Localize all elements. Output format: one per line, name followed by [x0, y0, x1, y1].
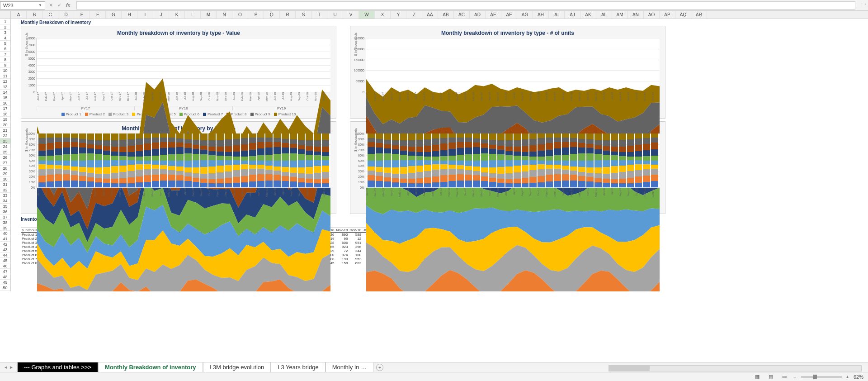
row-header[interactable]: 33	[0, 193, 11, 198]
confirm-icon[interactable]: ✓	[57, 2, 61, 8]
row-header[interactable]: 41	[0, 236, 11, 242]
col-header[interactable]: AH	[533, 11, 549, 19]
chevron-down-icon[interactable]: ▼	[38, 3, 42, 7]
col-header[interactable]: D	[58, 11, 74, 19]
col-header[interactable]: A	[11, 11, 27, 19]
col-header[interactable]: V	[343, 11, 359, 19]
col-header[interactable]: AR	[691, 11, 707, 19]
col-header[interactable]: AM	[612, 11, 628, 19]
col-header[interactable]: U	[327, 11, 343, 19]
col-header[interactable]: X	[375, 11, 391, 19]
row-header[interactable]: 10	[0, 68, 11, 73]
col-header[interactable]: L	[185, 11, 201, 19]
row-header[interactable]: 13	[0, 84, 11, 90]
col-header[interactable]: I	[137, 11, 153, 19]
row-header[interactable]: 7	[0, 52, 11, 57]
col-header[interactable]: P	[248, 11, 264, 19]
row-header[interactable]: 35	[0, 204, 11, 209]
row-header[interactable]: 4	[0, 35, 11, 41]
col-header[interactable]: AN	[628, 11, 644, 19]
row-header[interactable]: 44	[0, 252, 11, 258]
row-header[interactable]: 1	[0, 19, 11, 24]
row-header[interactable]: 2	[0, 24, 11, 30]
col-header[interactable]: AP	[660, 11, 675, 19]
col-header[interactable]: Y	[391, 11, 406, 19]
col-header[interactable]: AQ	[675, 11, 691, 19]
row-header[interactable]: 17	[0, 106, 11, 111]
col-header[interactable]: W	[359, 11, 375, 19]
col-header[interactable]: K	[169, 11, 185, 19]
row-header[interactable]: 6	[0, 46, 11, 52]
row-header[interactable]: 47	[0, 269, 11, 274]
row-header[interactable]: 36	[0, 209, 11, 214]
row-header[interactable]: 25	[0, 149, 11, 155]
col-header[interactable]: Z	[406, 11, 422, 19]
row-header[interactable]: 12	[0, 79, 11, 84]
col-header[interactable]: AE	[486, 11, 501, 19]
row-header[interactable]: 23	[0, 138, 11, 144]
formula-expand-icon[interactable]: ˅	[862, 3, 868, 7]
row-header[interactable]: 38	[0, 220, 11, 225]
col-header[interactable]: AI	[549, 11, 565, 19]
fx-label[interactable]: fx	[66, 2, 70, 9]
row-header[interactable]: 42	[0, 242, 11, 247]
col-header[interactable]: O	[232, 11, 248, 19]
col-header[interactable]: AJ	[565, 11, 580, 19]
row-header[interactable]: 46	[0, 263, 11, 269]
row-header[interactable]: 19	[0, 117, 11, 122]
row-header[interactable]: 45	[0, 258, 11, 263]
row-header[interactable]: 48	[0, 274, 11, 280]
row-header[interactable]: 27	[0, 160, 11, 166]
row-header[interactable]: 20	[0, 122, 11, 128]
col-header[interactable]: N	[217, 11, 232, 19]
col-header[interactable]: J	[153, 11, 169, 19]
row-header[interactable]: 14	[0, 90, 11, 95]
col-header[interactable]: S	[296, 11, 311, 19]
chart-value[interactable]: Monthly breakdown of inventory by type -…	[21, 26, 336, 119]
chart-pct[interactable]: Monthly breakdown of inventory by type -…	[21, 121, 336, 214]
row-header[interactable]: 32	[0, 187, 11, 193]
row-header[interactable]: 18	[0, 111, 11, 117]
row-header[interactable]: 24	[0, 144, 11, 149]
col-header[interactable]: M	[201, 11, 217, 19]
row-header[interactable]: 8	[0, 57, 11, 62]
row-header[interactable]: 37	[0, 214, 11, 220]
col-header[interactable]: AB	[438, 11, 454, 19]
row-header[interactable]: 26	[0, 155, 11, 160]
name-box[interactable]: W23 ▼	[0, 1, 45, 10]
row-header[interactable]: 5	[0, 41, 11, 46]
row-header[interactable]: 29	[0, 171, 11, 176]
col-header[interactable]: R	[280, 11, 296, 19]
col-header[interactable]: H	[122, 11, 137, 19]
row-header[interactable]: 11	[0, 73, 11, 79]
col-header[interactable]: AF	[501, 11, 517, 19]
cancel-icon[interactable]: ✕	[49, 2, 53, 8]
formula-bar[interactable]	[76, 1, 855, 10]
col-header[interactable]: AL	[596, 11, 612, 19]
row-header[interactable]: 21	[0, 128, 11, 133]
col-header[interactable]: AA	[422, 11, 438, 19]
col-header[interactable]: F	[90, 11, 106, 19]
row-header[interactable]: 3	[0, 30, 11, 35]
col-header[interactable]: AC	[454, 11, 470, 19]
chart-upct[interactable]: Monthly breakdown of # of units in inven…	[350, 121, 665, 214]
col-header[interactable]: G	[106, 11, 122, 19]
row-header[interactable]: 28	[0, 166, 11, 171]
col-header[interactable]: T	[311, 11, 327, 19]
col-header[interactable]: C	[42, 11, 58, 19]
row-header[interactable]: 9	[0, 62, 11, 68]
row-header[interactable]: 30	[0, 176, 11, 182]
col-header[interactable]: E	[74, 11, 90, 19]
chart-units[interactable]: Monthly breakdown of inventory by type -…	[350, 26, 665, 119]
select-all-corner[interactable]	[0, 11, 11, 19]
row-header[interactable]: 15	[0, 95, 11, 100]
row-header[interactable]: 43	[0, 247, 11, 252]
col-header[interactable]: AD	[470, 11, 486, 19]
col-header[interactable]: AK	[580, 11, 596, 19]
row-header[interactable]: 22	[0, 133, 11, 138]
col-header[interactable]: AO	[644, 11, 660, 19]
col-header[interactable]: B	[27, 11, 42, 19]
row-header[interactable]: 49	[0, 280, 11, 285]
row-header[interactable]: 40	[0, 231, 11, 236]
col-header[interactable]: Q	[264, 11, 280, 19]
